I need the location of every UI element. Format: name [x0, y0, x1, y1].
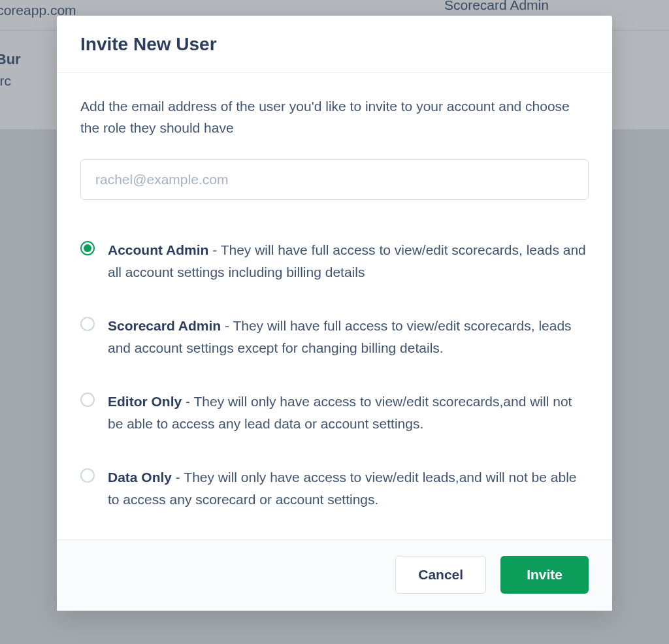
role-option-account-admin[interactable]: Account Admin - They will have full acce…: [80, 239, 589, 283]
role-text: Scorecard Admin - They will have full ac…: [108, 315, 589, 359]
modal-body: Add the email address of the user you'd …: [57, 72, 612, 539]
role-option-editor-only[interactable]: Editor Only - They will only have access…: [80, 391, 589, 435]
role-text: Account Admin - They will have full acce…: [108, 239, 589, 283]
modal-header: Invite New User: [57, 16, 612, 72]
invite-user-modal: Invite New User Add the email address of…: [57, 16, 612, 611]
role-text: Data Only - They will only have access t…: [108, 466, 589, 511]
role-text: Editor Only - They will only have access…: [108, 391, 589, 435]
modal-title: Invite New User: [80, 34, 589, 55]
modal-overlay[interactable]: Invite New User Add the email address of…: [0, 0, 669, 644]
role-name: Scorecard Admin: [108, 318, 221, 333]
role-name: Editor Only: [108, 394, 182, 409]
role-description: - They will only have access to view/edi…: [108, 470, 576, 507]
radio-editor-only[interactable]: [80, 393, 95, 407]
modal-footer: Cancel Invite: [57, 539, 612, 611]
role-option-scorecard-admin[interactable]: Scorecard Admin - They will have full ac…: [80, 315, 589, 359]
invite-button[interactable]: Invite: [500, 556, 589, 594]
role-name: Data Only: [108, 470, 172, 485]
email-input[interactable]: [80, 159, 589, 200]
radio-account-admin[interactable]: [80, 241, 95, 255]
modal-instruction: Add the email address of the user you'd …: [80, 96, 589, 138]
role-option-data-only[interactable]: Data Only - They will only have access t…: [80, 466, 589, 511]
role-name: Account Admin: [108, 242, 208, 257]
radio-scorecard-admin[interactable]: [80, 317, 95, 331]
cancel-button[interactable]: Cancel: [395, 556, 486, 594]
role-options: Account Admin - They will have full acce…: [80, 239, 589, 511]
radio-data-only[interactable]: [80, 468, 95, 483]
